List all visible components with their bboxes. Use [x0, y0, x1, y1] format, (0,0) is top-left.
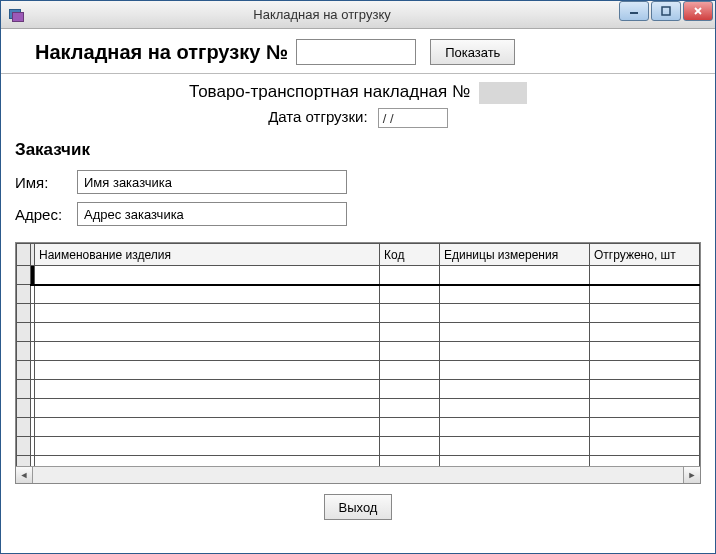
cell[interactable]	[380, 285, 440, 304]
cell[interactable]	[440, 323, 590, 342]
cell[interactable]	[590, 380, 700, 399]
table-row[interactable]	[17, 380, 700, 399]
col-item-name[interactable]: Наименование изделия	[35, 244, 380, 266]
close-button[interactable]	[683, 1, 713, 21]
show-button[interactable]: Показать	[430, 39, 515, 65]
col-code[interactable]: Код	[380, 244, 440, 266]
table-row[interactable]	[17, 342, 700, 361]
cell[interactable]	[590, 285, 700, 304]
ttn-label: Товаро-транспортная накладная №	[189, 82, 470, 101]
cell[interactable]	[35, 285, 380, 304]
customer-address-label: Адрес:	[15, 206, 77, 223]
horizontal-scrollbar[interactable]: ◄ ►	[16, 466, 700, 483]
cell[interactable]	[590, 456, 700, 467]
row-header[interactable]	[17, 380, 31, 399]
cell[interactable]	[440, 380, 590, 399]
table-row[interactable]	[17, 418, 700, 437]
cell[interactable]	[440, 399, 590, 418]
cell[interactable]	[35, 437, 380, 456]
close-icon	[693, 6, 703, 16]
minimize-button[interactable]	[619, 1, 649, 21]
cell[interactable]	[440, 304, 590, 323]
cell[interactable]	[440, 342, 590, 361]
customer-address-input[interactable]	[77, 202, 347, 226]
cell[interactable]	[380, 456, 440, 467]
row-header[interactable]	[17, 266, 31, 285]
ttn-value-box	[479, 82, 527, 104]
customer-name-input[interactable]	[77, 170, 347, 194]
row-header[interactable]	[17, 304, 31, 323]
cell[interactable]	[440, 361, 590, 380]
cell[interactable]	[380, 418, 440, 437]
table-row[interactable]	[17, 361, 700, 380]
cell[interactable]	[380, 380, 440, 399]
svg-rect-1	[662, 7, 670, 15]
row-header-corner	[17, 244, 31, 266]
cell[interactable]	[590, 266, 700, 285]
table-row[interactable]	[17, 285, 700, 304]
row-header[interactable]	[17, 418, 31, 437]
cell[interactable]	[35, 399, 380, 418]
cell[interactable]	[35, 418, 380, 437]
cell[interactable]	[590, 304, 700, 323]
table-row[interactable]	[17, 437, 700, 456]
row-header[interactable]	[17, 437, 31, 456]
col-shipped[interactable]: Отгружено, шт	[590, 244, 700, 266]
app-window: Накладная на отгрузку Накладная на отгру…	[0, 0, 716, 554]
app-icon	[7, 7, 23, 23]
footer: Выход	[15, 484, 701, 520]
row-header[interactable]	[17, 342, 31, 361]
cell[interactable]	[380, 323, 440, 342]
cell[interactable]	[440, 266, 590, 285]
table-row[interactable]	[17, 304, 700, 323]
col-units[interactable]: Единицы измерения	[440, 244, 590, 266]
titlebar: Накладная на отгрузку	[1, 1, 715, 29]
cell[interactable]	[35, 456, 380, 467]
cell[interactable]	[590, 418, 700, 437]
cell[interactable]	[440, 418, 590, 437]
customer-address-row: Адрес:	[15, 202, 701, 226]
row-header[interactable]	[17, 323, 31, 342]
exit-button[interactable]: Выход	[324, 494, 393, 520]
ship-date-label: Дата отгрузки:	[268, 108, 367, 125]
cell[interactable]	[440, 437, 590, 456]
cell[interactable]	[590, 361, 700, 380]
ship-date-input[interactable]: / /	[378, 108, 448, 128]
cell[interactable]	[440, 456, 590, 467]
items-grid: Наименование изделия Код Единицы измерен…	[15, 242, 701, 484]
cell[interactable]	[590, 342, 700, 361]
cell[interactable]	[380, 342, 440, 361]
cell[interactable]	[590, 323, 700, 342]
table-row[interactable]	[17, 456, 700, 467]
maximize-button[interactable]	[651, 1, 681, 21]
scroll-left-icon[interactable]: ◄	[16, 467, 33, 483]
cell[interactable]	[380, 361, 440, 380]
scroll-track[interactable]	[33, 467, 683, 483]
svg-rect-0	[630, 12, 638, 14]
cell[interactable]	[35, 361, 380, 380]
row-header[interactable]	[17, 361, 31, 380]
cell[interactable]	[35, 342, 380, 361]
minimize-icon	[629, 6, 639, 16]
cell[interactable]	[380, 304, 440, 323]
cell[interactable]	[35, 380, 380, 399]
cell[interactable]	[380, 399, 440, 418]
table-row[interactable]	[17, 323, 700, 342]
row-header[interactable]	[17, 456, 31, 467]
invoice-number-input[interactable]	[296, 39, 416, 65]
cell[interactable]	[590, 399, 700, 418]
cell[interactable]	[380, 266, 440, 285]
cell[interactable]	[380, 437, 440, 456]
cell[interactable]	[590, 437, 700, 456]
header-row: Накладная на отгрузку № Показать	[15, 37, 701, 73]
ttn-row: Товаро-транспортная накладная №	[15, 80, 701, 106]
row-header[interactable]	[17, 285, 31, 304]
cell[interactable]	[440, 285, 590, 304]
cell[interactable]	[35, 266, 380, 285]
table-row[interactable]	[17, 266, 700, 285]
cell[interactable]	[35, 323, 380, 342]
scroll-right-icon[interactable]: ►	[683, 467, 700, 483]
cell[interactable]	[35, 304, 380, 323]
row-header[interactable]	[17, 399, 31, 418]
table-row[interactable]	[17, 399, 700, 418]
